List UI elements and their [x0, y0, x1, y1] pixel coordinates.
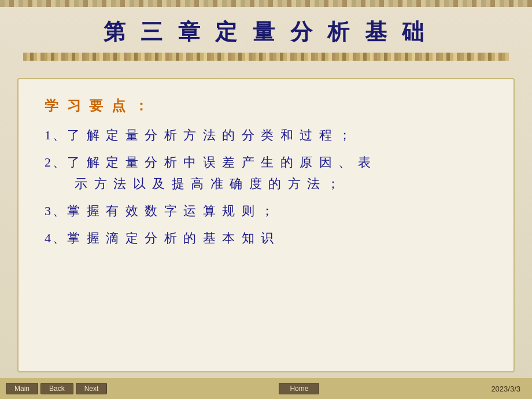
learning-points-list: 1、了 解 定 量 分 析 方 法 的 分 类 和 过 程 ； 2、了 解 定 …	[45, 125, 487, 247]
content-area: 学 习 要 点 ： 1、了 解 定 量 分 析 方 法 的 分 类 和 过 程 …	[17, 78, 515, 372]
list-item: 1、了 解 定 量 分 析 方 法 的 分 类 和 过 程 ；	[45, 125, 487, 145]
main-button[interactable]: Main	[6, 383, 38, 394]
slide-container: 第 三 章 定 量 分 析 基 础 学 习 要 点 ： 1、了 解 定 量 分 …	[0, 0, 532, 399]
list-item: 3、掌 握 有 效 数 字 运 算 规 则 ；	[45, 201, 487, 220]
back-button[interactable]: Back	[40, 383, 73, 394]
section-label: 学 习 要 点 ：	[45, 97, 487, 115]
nav-buttons-group: Main Back Next	[6, 383, 107, 394]
slide-header: 第 三 章 定 量 分 析 基 础	[0, 7, 532, 66]
slide-title: 第 三 章 定 量 分 析 基 础	[23, 17, 509, 47]
top-border-decoration	[0, 0, 532, 7]
list-item: 4、掌 握 滴 定 分 析 的 基 本 知 识	[45, 228, 487, 247]
bottom-nav-bar: Main Back Next Home 2023/3/3	[0, 378, 532, 399]
home-button[interactable]: Home	[279, 383, 319, 394]
slide-date: 2023/3/3	[491, 385, 526, 393]
title-border-decoration	[23, 53, 509, 61]
next-button[interactable]: Next	[76, 383, 108, 394]
list-item-continuation: 示 方 法 以 及 提 高 准 确 度 的 方 法 ；	[45, 174, 487, 193]
list-item: 2、了 解 定 量 分 析 中 误 差 产 生 的 原 因 、 表	[45, 153, 487, 172]
